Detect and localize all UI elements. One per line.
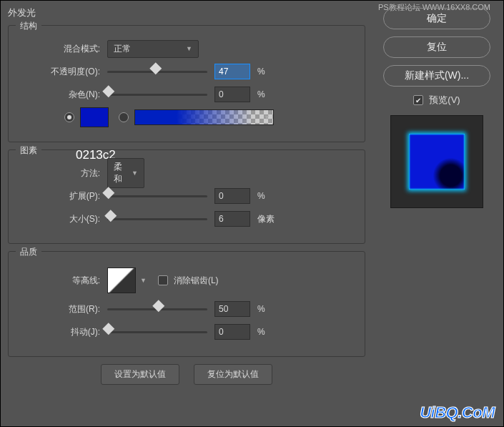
section-structure: 结构 混合模式: 正常 ▼ 不透明度(O): 47 % 杂色(N): 0 %: [8, 25, 365, 142]
make-default-button[interactable]: 设置为默认值: [101, 364, 179, 385]
preview-checkbox[interactable]: [413, 95, 423, 105]
preview-thumbnail: [390, 115, 483, 208]
blend-mode-select[interactable]: 正常 ▼: [107, 40, 199, 58]
opacity-input[interactable]: 47: [214, 64, 250, 79]
contour-label: 等高线:: [21, 275, 100, 287]
technique-select[interactable]: 柔和 ▼: [107, 158, 144, 188]
opacity-unit: %: [257, 67, 279, 77]
jitter-slider[interactable]: [107, 325, 207, 339]
right-panel: 确定 复位 新建样式(W)... 预览(V): [383, 8, 490, 208]
contour-picker[interactable]: [107, 268, 136, 293]
chevron-down-icon: ▼: [186, 45, 192, 52]
size-input[interactable]: 6: [214, 211, 250, 227]
color-radio[interactable]: [64, 112, 74, 122]
section-quality: 品质 等高线: ▼ 消除锯齿(L) 范围(R): 50 % 抖动(J): 0 %: [8, 251, 365, 357]
chevron-down-icon: ▼: [264, 114, 270, 121]
new-style-button[interactable]: 新建样式(W)...: [383, 65, 490, 87]
jitter-input[interactable]: 0: [214, 324, 250, 340]
blend-mode-label: 混合模式:: [21, 43, 100, 55]
elements-title: 图素: [16, 144, 41, 157]
noise-unit: %: [257, 89, 279, 99]
ok-button[interactable]: 确定: [383, 8, 490, 29]
cancel-button[interactable]: 复位: [383, 36, 490, 58]
size-slider[interactable]: [107, 212, 207, 226]
structure-title: 结构: [16, 20, 41, 32]
technique-value: 柔和: [114, 161, 127, 185]
chevron-down-icon[interactable]: ▼: [140, 277, 147, 284]
antialias-label: 消除锯齿(L): [174, 275, 219, 287]
opacity-slider[interactable]: [107, 64, 207, 79]
effect-title: 外发光: [8, 6, 365, 19]
jitter-label: 抖动(J):: [21, 326, 100, 338]
spread-input[interactable]: 0: [214, 188, 250, 204]
noise-slider[interactable]: [107, 87, 207, 102]
preview-label: 预览(V): [429, 94, 460, 107]
technique-label: 方法:: [21, 167, 100, 180]
range-input[interactable]: 50: [214, 301, 250, 317]
watermark-bottom: UiBQ.CoM: [420, 403, 495, 422]
range-unit: %: [257, 304, 279, 314]
noise-input[interactable]: 0: [214, 87, 250, 102]
spread-slider[interactable]: [107, 189, 207, 203]
range-label: 范围(R):: [21, 303, 100, 315]
jitter-unit: %: [257, 327, 279, 337]
section-elements: 图素 方法: 柔和 ▼ 扩展(P): 0 % 大小(S): 6 像素: [8, 149, 365, 244]
main-panel: 外发光 结构 混合模式: 正常 ▼ 不透明度(O): 47 % 杂色(N): 0…: [8, 6, 365, 385]
color-swatch[interactable]: [80, 107, 109, 127]
noise-label: 杂色(N):: [21, 89, 100, 101]
size-unit: 像素: [257, 213, 279, 225]
spread-label: 扩展(P):: [21, 190, 100, 202]
gradient-select[interactable]: ▼: [134, 109, 274, 125]
range-slider[interactable]: [107, 302, 207, 316]
chevron-down-icon: ▼: [132, 170, 138, 177]
antialias-checkbox[interactable]: [158, 275, 168, 285]
spread-unit: %: [257, 191, 279, 201]
reset-default-button[interactable]: 复位为默认值: [194, 364, 272, 385]
size-label: 大小(S):: [21, 213, 100, 225]
gradient-radio[interactable]: [119, 112, 129, 122]
opacity-label: 不透明度(O):: [21, 66, 100, 78]
blend-mode-value: 正常: [114, 43, 131, 55]
quality-title: 品质: [16, 246, 41, 258]
